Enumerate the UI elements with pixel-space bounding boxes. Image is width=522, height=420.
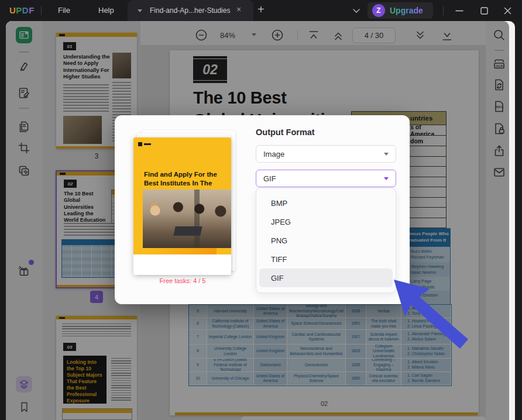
logo-letter: F [29,5,35,15]
tab-close-icon[interactable]: × [236,5,241,14]
subformat-select-value: GIF [263,174,276,183]
close-window-button[interactable] [504,7,511,15]
chevron-down-icon [384,177,389,180]
avatar[interactable]: Z [372,4,385,17]
logo-letter: U [9,5,16,15]
format-select-value: Image [263,150,284,159]
titlebar-divider [443,6,444,15]
format-select[interactable]: Image [256,145,396,163]
output-format-label: Output Format [256,128,315,137]
preview-logo-text [144,143,151,145]
dropdown-option-png[interactable]: PNG [259,231,393,250]
dropdown-option-gif[interactable]: GIF [259,268,393,287]
app-window: UPDF File Help Find-and-Ap...her-Studies… [0,0,522,420]
upgrade-pill[interactable]: Z Upgrade [368,2,433,19]
titlebar-divider [41,6,42,15]
preview-orange-strip [147,248,217,254]
dropdown-option-jpeg[interactable]: JPEG [259,212,393,231]
preview-photo [143,190,231,248]
title-bar: UPDF File Help Find-and-Ap...her-Studies… [0,0,522,21]
logo-letter: D [22,5,29,15]
document-tab[interactable]: Find-and-Ap...her-Studies × [128,0,253,21]
menu-help[interactable]: Help [98,6,114,15]
preview-cover-card: Find and Apply For the Best Institutes I… [133,137,231,275]
preview-laptop [173,226,202,236]
dropdown-option-bmp[interactable]: BMP [259,194,393,212]
minimize-button[interactable] [455,10,463,12]
subformat-select[interactable]: GIF [256,170,396,187]
menu-file[interactable]: File [58,6,70,15]
new-tab-button[interactable]: + [257,3,265,16]
maximize-button[interactable] [480,7,488,15]
app-logo: UPDF [9,5,35,16]
tab-caret-icon[interactable] [138,9,142,12]
free-tasks-counter: Free tasks: 4 / 5 [136,277,229,284]
tab-label: Find-and-Ap...her-Studies [150,6,230,15]
format-dropdown: BMP JPEG PNG TIFF GIF [256,188,396,293]
preview-logo [138,142,142,146]
export-dialog: Find and Apply For the Best Institutes I… [115,115,410,304]
dropdown-option-tiff[interactable]: TIFF [259,250,393,268]
chevron-down-icon [384,153,389,156]
upgrade-label: Upgrade [390,6,423,15]
tab-list-chevron-icon[interactable] [352,8,360,13]
logo-letter: P [16,5,22,15]
